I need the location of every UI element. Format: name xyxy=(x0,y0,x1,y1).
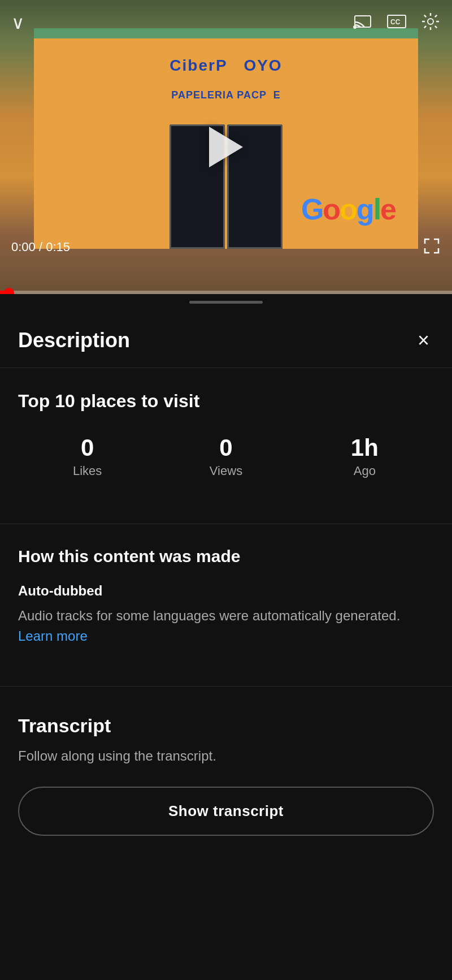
play-icon xyxy=(209,127,243,167)
cast-icon[interactable] xyxy=(353,11,373,34)
chevron-down-icon[interactable]: ∨ xyxy=(11,12,24,33)
stat-ago: 1h Ago xyxy=(295,434,434,478)
video-overlay: ∨ CC xyxy=(0,0,452,294)
stats-row: 0 Likes 0 Views 1h Ago xyxy=(18,434,434,478)
section-divider-1 xyxy=(0,524,452,524)
stat-views-label: Views xyxy=(157,464,295,478)
drag-handle[interactable] xyxy=(0,294,452,310)
progress-dot xyxy=(4,288,14,294)
stat-ago-label: Ago xyxy=(295,464,434,478)
fullscreen-icon[interactable] xyxy=(423,237,441,257)
drag-handle-bar xyxy=(189,301,263,304)
stat-likes-label: Likes xyxy=(18,464,157,478)
auto-dubbed-label: Auto-dubbed xyxy=(18,583,434,599)
play-button[interactable] xyxy=(209,127,243,167)
time-display: 0:00 / 0:15 xyxy=(11,240,70,254)
progress-bar-fill xyxy=(0,291,9,294)
stat-likes: 0 Likes xyxy=(18,434,157,478)
content-made-heading: How this content was made xyxy=(18,547,434,566)
show-transcript-button[interactable]: Show transcript xyxy=(18,787,434,836)
video-title: Top 10 places to visit xyxy=(18,391,434,412)
svg-text:CC: CC xyxy=(390,18,401,26)
transcript-description: Follow along using the transcript. xyxy=(18,748,434,764)
settings-icon[interactable] xyxy=(420,11,441,34)
transcript-section: Transcript Follow along using the transc… xyxy=(0,686,452,870)
stat-ago-value: 1h xyxy=(295,434,434,461)
video-progress-bar[interactable] xyxy=(0,291,452,294)
stat-likes-value: 0 xyxy=(18,434,157,461)
learn-more-link[interactable]: Learn more xyxy=(18,628,88,644)
transcript-heading: Transcript xyxy=(18,715,434,737)
close-button[interactable]: × xyxy=(413,326,434,355)
content-made-section: How this content was made Auto-dubbed Au… xyxy=(0,547,452,675)
svg-point-1 xyxy=(354,26,356,28)
description-header: Description × xyxy=(0,310,452,368)
description-panel: Description × Top 10 places to visit 0 L… xyxy=(0,310,452,980)
cc-icon[interactable]: CC xyxy=(386,11,407,34)
stat-views: 0 Views xyxy=(157,434,295,478)
video-title-section: Top 10 places to visit 0 Likes 0 Views 1… xyxy=(0,368,452,524)
auto-dubbed-text: Audio tracks for some languages were aut… xyxy=(18,606,434,646)
close-icon: × xyxy=(418,329,429,352)
svg-point-4 xyxy=(428,19,433,24)
video-right-controls: CC xyxy=(353,11,441,34)
bottom-space xyxy=(0,870,452,926)
description-title: Description xyxy=(18,329,130,352)
video-top-controls: ∨ CC xyxy=(11,11,441,34)
stat-views-value: 0 xyxy=(157,434,295,461)
auto-dubbed-description: Audio tracks for some languages were aut… xyxy=(18,608,400,623)
video-player[interactable]: CiberP OYO PAPELERIA PACP E Google ∨ xyxy=(0,0,452,294)
